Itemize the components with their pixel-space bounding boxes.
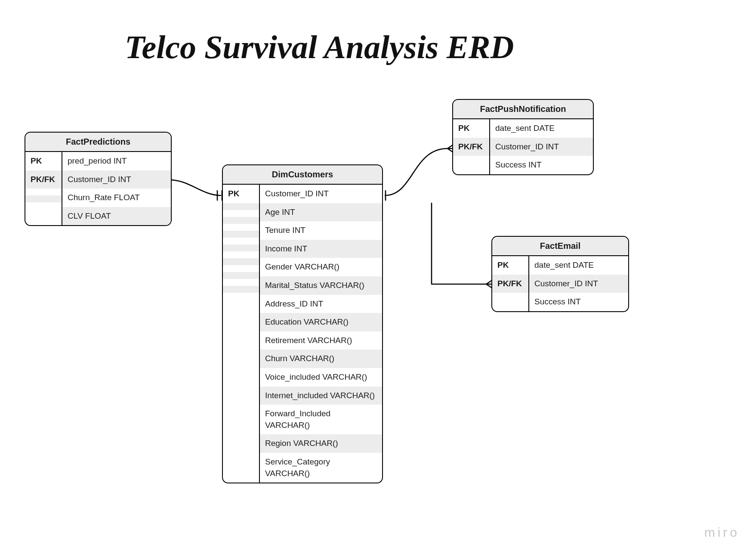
- entity-factemail[interactable]: FactEmail PK PK/FK date_sent DATE Custom…: [491, 236, 629, 312]
- watermark: miro: [704, 525, 740, 540]
- entity-header: FactEmail: [492, 237, 628, 256]
- diagram-title: Telco Survival Analysis ERD: [125, 28, 514, 66]
- key-cell: PK: [453, 119, 489, 138]
- attr-column: date_sent DATE Customer_ID INT Success I…: [490, 119, 593, 174]
- attr-cell: Churn VARCHAR(): [260, 350, 382, 368]
- attr-cell: Tenure INT: [260, 221, 382, 240]
- attr-cell: date_sent DATE: [490, 119, 593, 138]
- entity-header: FactPredictions: [25, 133, 171, 152]
- entity-header: FactPushNotification: [453, 100, 593, 119]
- key-cell: [223, 203, 259, 210]
- attr-cell: Service_Category VARCHAR(): [260, 453, 382, 483]
- attr-cell: Churn_Rate FLOAT: [62, 189, 171, 207]
- key-cell: [223, 245, 259, 251]
- key-cell: [25, 189, 62, 195]
- attr-cell: Marital_Status VARCHAR(): [260, 276, 382, 295]
- attr-column: date_sent DATE Customer_ID INT Success I…: [529, 256, 628, 311]
- attr-cell: Education VARCHAR(): [260, 313, 382, 331]
- key-cell: PK: [492, 256, 528, 275]
- attr-cell: Customer_ID INT: [260, 185, 382, 203]
- attr-cell: Address_ID INT: [260, 295, 382, 313]
- key-cell: [223, 210, 259, 217]
- key-cell: PK: [25, 152, 62, 170]
- attr-cell: Voice_included VARCHAR(): [260, 368, 382, 387]
- entity-header: DimCustomers: [223, 165, 382, 185]
- key-column: PK PK/FK: [492, 256, 529, 311]
- key-cell: PK/FK: [492, 275, 528, 293]
- attr-cell: Success INT: [490, 156, 593, 174]
- key-cell: [223, 279, 259, 286]
- attr-cell: Forward_Included VARCHAR(): [260, 405, 382, 434]
- entity-dimcustomers[interactable]: DimCustomers PK Customer_ID INT: [222, 164, 383, 483]
- attr-cell: Customer_ID INT: [490, 138, 593, 156]
- key-column: PK PK/FK: [453, 119, 490, 174]
- key-column: PK: [223, 185, 260, 483]
- attr-cell: Income INT: [260, 240, 382, 258]
- attr-cell: Success INT: [529, 293, 628, 311]
- attr-cell: Internet_included VARCHAR(): [260, 387, 382, 405]
- key-cell: PK/FK: [453, 138, 489, 156]
- attr-cell: Customer_ID INT: [529, 275, 628, 293]
- key-cell: [223, 217, 259, 224]
- key-cell: [223, 251, 259, 258]
- key-cell: PK/FK: [25, 170, 62, 189]
- key-column: PK PK/FK: [25, 152, 62, 225]
- key-cell: [223, 272, 259, 279]
- key-cell: [223, 238, 259, 245]
- key-cell: [223, 224, 259, 231]
- key-cell: [453, 156, 489, 163]
- key-cell: [492, 293, 528, 300]
- key-cell: [223, 231, 259, 238]
- key-cell: PK: [223, 185, 259, 203]
- attr-cell: CLV FLOAT: [62, 207, 171, 226]
- attr-cell: Customer_ID INT: [62, 170, 171, 189]
- erd-canvas[interactable]: Telco Survival Analysis ERD FactPredicti…: [0, 0, 756, 551]
- key-cell: [25, 195, 62, 202]
- key-cell: [223, 265, 259, 272]
- attr-cell: date_sent DATE: [529, 256, 628, 275]
- attr-cell: Retirement VARCHAR(): [260, 331, 382, 350]
- attr-column: pred_period INT Customer_ID INT Churn_Ra…: [62, 152, 171, 225]
- attr-column: Customer_ID INT Age INT Tenure INT Incom…: [260, 185, 382, 483]
- key-cell: [223, 286, 259, 293]
- entity-factpredictions[interactable]: FactPredictions PK PK/FK pred_period INT…: [25, 132, 172, 226]
- attr-cell: Age INT: [260, 203, 382, 222]
- key-cell: [223, 258, 259, 265]
- key-cell: [223, 293, 259, 300]
- attr-cell: Gender VARCHAR(): [260, 258, 382, 276]
- entity-factpushnotification[interactable]: FactPushNotification PK PK/FK date_sent …: [452, 99, 594, 175]
- attr-cell: pred_period INT: [62, 152, 171, 170]
- attr-cell: Region VARCHAR(): [260, 434, 382, 453]
